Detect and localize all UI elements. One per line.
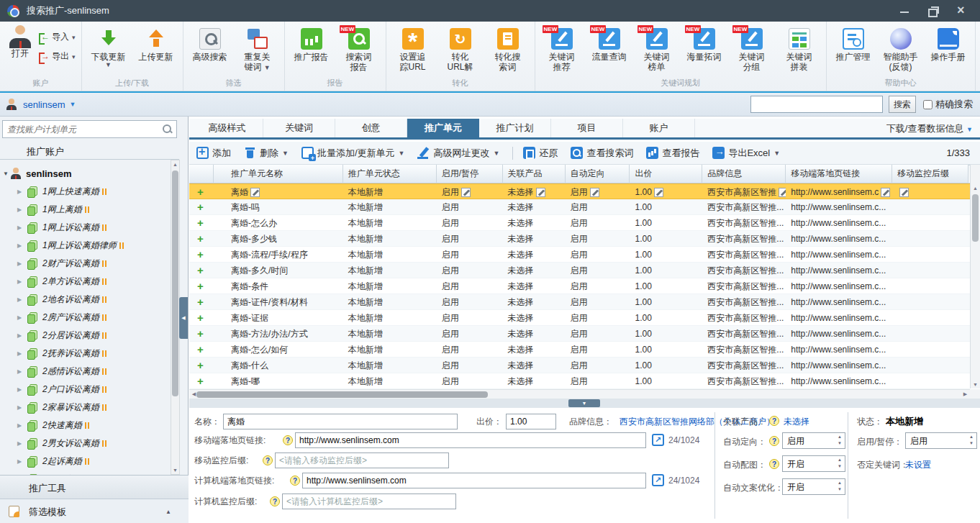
table-vertical-scrollbar[interactable]: ▲ ▼ (970, 165, 980, 388)
external-link-icon[interactable]: ↗ (652, 474, 664, 486)
add-row-icon[interactable]: + (197, 358, 204, 373)
tree-plan-item[interactable]: ▶ 1网上离婚 (0, 201, 171, 219)
panel-splitter[interactable]: ▼ (189, 399, 980, 408)
table-row[interactable]: + 离婚-流程/手续/程序 本地新增 启用 未选择 启用 1.00 西安市高新区… (189, 247, 970, 263)
tree-root-account[interactable]: ▼ senlinsem (0, 164, 171, 183)
mobile-suffix-input[interactable] (275, 452, 449, 468)
bid-input[interactable] (506, 414, 556, 429)
collapsed-arrow-icon[interactable]: ▶ (17, 332, 24, 339)
tab-5[interactable]: 项目 (551, 119, 623, 137)
advanced-url-button[interactable]: 高级网址更改▼ (417, 147, 499, 160)
scrollbar-thumb[interactable] (196, 391, 488, 398)
close-button[interactable] (957, 6, 967, 15)
ribbon-keyword-grouping-button[interactable]: NEW 关键词分组 (729, 25, 775, 72)
batch-update-button[interactable]: 批量添加/更新单元▼ (301, 147, 405, 160)
tree-plan-item[interactable]: ▶ 1网上诉讼离婚 (0, 219, 171, 237)
spinner-icon[interactable]: ▲▼ (835, 434, 844, 447)
add-row-icon[interactable]: + (197, 295, 204, 309)
help-icon[interactable]: ? (769, 436, 779, 446)
help-icon[interactable]: ? (769, 459, 779, 469)
table-row[interactable]: + 离婚-怎么/如何 本地新增 启用 未选择 启用 1.00 西安市高新区智推.… (189, 342, 970, 358)
table-row[interactable]: + 离婚-多久/时间 本地新增 启用 未选择 启用 1.00 西安市高新区智推.… (189, 263, 970, 278)
tree-plan-item[interactable]: ▶ 2快速离婚 (0, 417, 171, 435)
table-row[interactable]: + 离婚-吗 本地新增 启用 未选择 启用 1.00 西安市高新区智推... h… (189, 199, 970, 215)
related-product-link[interactable]: 未选择 (784, 414, 809, 429)
tree-plan-item[interactable]: ▶ 2抚养诉讼离婚 (0, 345, 171, 363)
tree-plan-item[interactable]: ▶ 2单方诉讼离婚 (0, 273, 171, 291)
collapsed-arrow-icon[interactable]: ▶ (17, 386, 24, 393)
collapse-detail-button[interactable]: ▼ (568, 399, 600, 407)
delete-unit-button[interactable]: 删除▼ (244, 147, 289, 160)
tree-plan-item[interactable]: ▶ 2男女诉讼离婚 (0, 435, 171, 452)
collapsed-arrow-icon[interactable]: ▶ (17, 224, 24, 231)
add-row-icon[interactable]: + (197, 327, 204, 341)
help-icon[interactable]: ? (283, 435, 293, 445)
table-row[interactable]: + 离婚-哪 本地新增 启用 未选择 启用 1.00 西安市高新区智推... h… (189, 373, 970, 389)
edit-cell-icon[interactable] (461, 188, 471, 197)
pc-url-input[interactable] (302, 473, 646, 488)
add-row-icon[interactable]: + (197, 247, 204, 262)
collapsed-arrow-icon[interactable]: ▶ (17, 188, 24, 195)
tree-plan-item[interactable]: ▶ 2分居诉讼离婚 (0, 327, 171, 345)
ribbon-convert-search-term-button[interactable]: 转化搜索词 (485, 25, 531, 72)
tree-plan-item[interactable]: ▶ 2户口诉讼离婚 (0, 381, 171, 399)
ribbon-keyword-recommend-button[interactable]: NEW 关键词推荐 (539, 25, 585, 72)
view-report-button[interactable]: 查看报告 (646, 147, 699, 160)
table-row[interactable]: + 离婚-方法/办法/方式 本地新增 启用 未选择 启用 1.00 西安市高新区… (189, 326, 970, 342)
filter-template-bar[interactable]: 筛选模板 ▲ (0, 499, 189, 523)
restore-button-toolbar[interactable]: 还原 (523, 147, 558, 160)
collapsed-arrow-icon[interactable]: ▶ (17, 422, 24, 429)
collapsed-arrow-icon[interactable]: ▶ (17, 350, 24, 357)
account-switch-caret-icon[interactable]: ▼ (70, 101, 76, 108)
export-button[interactable]: 导出▾ (39, 50, 76, 63)
table-row[interactable]: + 离婚-证件/资料/材料 本地新增 启用 未选择 启用 1.00 西安市高新区… (189, 294, 970, 310)
help-icon[interactable]: ? (263, 455, 273, 465)
sidebar-collapse-handle[interactable]: ◀ (179, 297, 188, 339)
promotion-tools-bar[interactable]: 推广工具 (0, 475, 189, 499)
ribbon-set-tracking-url-button[interactable]: 设置追踪URL (390, 25, 436, 72)
scroll-down-icon[interactable]: ▼ (171, 468, 179, 473)
tree-plan-item[interactable]: ▶ 2感情诉讼离婚 (0, 363, 171, 381)
ribbon-traffic-query-button[interactable]: NEW 流量查询 (586, 25, 632, 62)
add-row-icon[interactable]: + (197, 263, 204, 278)
tab-0[interactable]: 高级样式 (191, 119, 263, 137)
column-header[interactable]: 启用/暂停 (437, 165, 503, 183)
tab-4[interactable]: 推广计划 (479, 119, 551, 137)
collapsed-arrow-icon[interactable]: ▶ (17, 296, 24, 303)
collapse-up-icon[interactable]: ▲ (165, 509, 171, 515)
ribbon-convert-url-button[interactable]: 转化URL解 (437, 25, 484, 72)
ribbon-keyword-ranking-button[interactable]: NEW 关键词榜单 (634, 25, 680, 72)
ribbon-duplicate-keyword-button[interactable]: 重复关键词 ▼ (235, 25, 281, 73)
account-name[interactable]: senlinsem (23, 99, 65, 110)
column-header[interactable]: 关联产品 (503, 165, 566, 183)
mobile-url-input[interactable] (295, 432, 646, 448)
negative-keyword-link[interactable]: 未设置 (905, 457, 931, 473)
restore-button[interactable] (928, 6, 938, 15)
ribbon-promotion-report-button[interactable]: 推广报告 (289, 25, 335, 62)
open-button[interactable]: 打开 (6, 25, 35, 78)
edit-cell-icon[interactable] (654, 188, 663, 197)
download-view-data-button[interactable]: 下载/查看数据信息 ▼ (886, 122, 973, 135)
add-row-icon[interactable]: + (197, 185, 204, 199)
tab-1[interactable]: 关键词 (263, 119, 335, 137)
scrollbar-thumb[interactable] (972, 194, 979, 242)
add-row-icon[interactable]: + (197, 232, 204, 246)
tree-plan-item[interactable]: ▶ 1网上快速离婚 (0, 183, 171, 201)
add-row-icon[interactable]: + (197, 342, 204, 357)
edit-cell-icon[interactable] (899, 188, 909, 197)
collapsed-arrow-icon[interactable]: ▶ (17, 458, 24, 465)
collapsed-arrow-icon[interactable]: ▶ (17, 278, 24, 285)
edit-cell-icon[interactable] (250, 188, 260, 197)
ribbon-download-update-button[interactable]: 下载更新▼ (86, 25, 132, 68)
tree-plan-item[interactable]: ▶ 2起诉离婚 (0, 452, 171, 470)
add-row-icon[interactable]: + (197, 311, 204, 325)
collapsed-arrow-icon[interactable]: ▶ (17, 260, 24, 267)
help-icon[interactable]: ? (270, 496, 280, 506)
tree-plan-item[interactable]: ▶ 2家暴诉讼离婚 (0, 399, 171, 417)
ribbon-promotion-manage-button[interactable]: 推广管理 (830, 25, 876, 62)
help-icon[interactable]: ? (290, 476, 300, 486)
help-icon[interactable]: ? (769, 416, 779, 426)
table-horizontal-scrollbar[interactable]: ◀ ▶ (189, 389, 970, 399)
tab-6[interactable]: 账户 (623, 119, 695, 137)
exact-search-checkbox[interactable] (923, 100, 933, 109)
